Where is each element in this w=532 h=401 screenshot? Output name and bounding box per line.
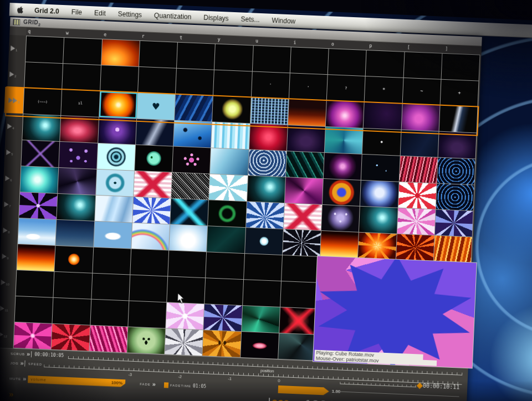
grid-cell-q9[interactable] bbox=[17, 244, 55, 271]
grid-cell-q10[interactable] bbox=[16, 270, 54, 297]
grid-cell-r1[interactable] bbox=[139, 41, 177, 68]
grid-cell-i8[interactable] bbox=[283, 229, 321, 256]
grid-cell-e7[interactable] bbox=[95, 196, 133, 223]
next-row-arrow-icon[interactable]: » bbox=[9, 389, 13, 398]
playhead-diamond[interactable] bbox=[416, 382, 422, 388]
grid-cell-o6[interactable] bbox=[323, 179, 361, 206]
grid-cell-u7[interactable] bbox=[246, 202, 284, 229]
grid-cell-u1[interactable] bbox=[252, 45, 290, 73]
grid-cell-o3[interactable] bbox=[326, 101, 364, 128]
row-trigger-7[interactable]: 7 bbox=[2, 191, 19, 218]
row-trigger-12[interactable]: 12 bbox=[0, 321, 14, 348]
grid-cell-t11[interactable] bbox=[166, 302, 204, 330]
grid-cell-e6[interactable] bbox=[96, 169, 134, 197]
menu-quantization[interactable]: Quantization bbox=[148, 11, 198, 21]
grid-cell-o5[interactable] bbox=[324, 153, 362, 180]
jog-arrows-icon[interactable]: » bbox=[21, 360, 24, 366]
grid-cell-i3[interactable] bbox=[288, 99, 326, 126]
grid-cell-w1[interactable] bbox=[63, 38, 101, 65]
grid-cell-q12[interactable] bbox=[14, 322, 52, 349]
grid-cell-y2[interactable] bbox=[213, 70, 252, 97]
grid-cell-p5[interactable] bbox=[361, 155, 400, 182]
grid-cell-p1[interactable] bbox=[366, 50, 404, 78]
grid-cell-t6[interactable] bbox=[171, 173, 209, 200]
grid-cell-u5[interactable] bbox=[248, 150, 286, 177]
grid-cell-i6[interactable] bbox=[285, 177, 323, 204]
grid-cell-p6[interactable] bbox=[360, 181, 398, 208]
grid-cell-y8[interactable] bbox=[207, 226, 245, 253]
grid-cell-i9[interactable] bbox=[282, 255, 320, 282]
grid-cell-o7[interactable] bbox=[321, 205, 360, 232]
grid-cell-t7[interactable] bbox=[170, 199, 208, 226]
grid-cell-i11[interactable] bbox=[279, 307, 318, 335]
apple-icon[interactable] bbox=[16, 5, 24, 14]
grid-cell-q5[interactable] bbox=[21, 140, 59, 167]
grid-cell-y12[interactable] bbox=[203, 330, 241, 357]
grid-cell-r10[interactable] bbox=[129, 275, 167, 302]
grid-cell-r8[interactable] bbox=[131, 223, 170, 250]
grid-cell-[2[interactable]: ~ bbox=[402, 78, 441, 105]
row-trigger-5[interactable]: 5 bbox=[4, 139, 22, 166]
grid-cell-e11[interactable] bbox=[90, 300, 129, 327]
grid-cell-u11[interactable] bbox=[242, 306, 280, 333]
grid-cell-]6[interactable] bbox=[436, 184, 474, 211]
grid-cell-y3[interactable] bbox=[212, 96, 250, 124]
menu-file[interactable]: File bbox=[65, 8, 88, 17]
grid-cell-q4[interactable] bbox=[22, 114, 60, 141]
grid-cell-t9[interactable] bbox=[168, 250, 206, 277]
grid-cell-]8[interactable] bbox=[434, 235, 472, 263]
grid-cell-w9[interactable] bbox=[55, 246, 93, 273]
row-trigger-8[interactable]: 8 bbox=[1, 217, 18, 244]
grid-cell-y6[interactable] bbox=[209, 174, 247, 201]
row-trigger-10[interactable]: 10 bbox=[0, 269, 16, 296]
grid-cell-e8[interactable] bbox=[94, 222, 132, 249]
fadetime-handle[interactable] bbox=[164, 382, 168, 388]
grid-cell-r5[interactable] bbox=[135, 145, 173, 172]
grid-cell-o2[interactable]: ? bbox=[327, 75, 365, 102]
grid-cell-i1[interactable] bbox=[290, 47, 329, 74]
menu-settings[interactable]: Settings bbox=[111, 9, 148, 19]
grid-cell-o4[interactable] bbox=[325, 127, 363, 154]
grid-cell-w4[interactable] bbox=[60, 116, 99, 143]
grid-cell-w7[interactable] bbox=[57, 194, 95, 221]
grid-cell-e2[interactable] bbox=[100, 65, 139, 92]
grid-cell-i2[interactable]: · bbox=[289, 73, 328, 100]
grid-cell-t1[interactable] bbox=[177, 43, 215, 70]
menu-sets[interactable]: Sets... bbox=[234, 15, 266, 24]
grid-cell-p8[interactable] bbox=[358, 233, 396, 260]
grid-cell-p4[interactable] bbox=[362, 128, 401, 156]
grid-cell-[7[interactable] bbox=[397, 208, 435, 235]
grid-cell-t4[interactable] bbox=[173, 121, 212, 148]
grid-cell-t8[interactable] bbox=[169, 224, 207, 251]
grid-cell-t10[interactable] bbox=[167, 276, 205, 304]
speed-slider-handle[interactable] bbox=[278, 385, 330, 395]
grid-cell-o8[interactable] bbox=[320, 231, 359, 258]
grid-cell-w11[interactable] bbox=[53, 298, 91, 325]
grid-cell-t5[interactable] bbox=[172, 147, 211, 174]
grid-cell-r11[interactable] bbox=[128, 301, 166, 328]
grid-cell-w8[interactable] bbox=[56, 220, 94, 247]
grid-cell-u8[interactable] bbox=[245, 228, 283, 255]
grid-cell-r2[interactable] bbox=[138, 67, 176, 94]
grid-cell-u2[interactable]: ' bbox=[251, 71, 289, 99]
grid-cell-i12[interactable] bbox=[278, 333, 316, 361]
grid-cell-p7[interactable] bbox=[359, 207, 397, 234]
grid-cell-q6[interactable] bbox=[20, 166, 58, 193]
grid-cell-]5[interactable] bbox=[437, 158, 475, 185]
grid-cell-[6[interactable] bbox=[398, 182, 436, 209]
grid-cell-t12[interactable] bbox=[165, 328, 203, 356]
grid-cell-i5[interactable] bbox=[286, 151, 324, 178]
grid-cell-t2[interactable] bbox=[176, 69, 214, 96]
grid-cell-[8[interactable] bbox=[396, 234, 434, 261]
fade-arrows-icon[interactable]: » bbox=[152, 381, 156, 387]
grid-cell-]7[interactable] bbox=[435, 210, 473, 237]
grid-cell-w6[interactable] bbox=[58, 168, 96, 195]
grid-cell-i10[interactable] bbox=[280, 281, 319, 309]
grid-cell-t3[interactable] bbox=[175, 95, 213, 122]
grid-cell-y10[interactable] bbox=[204, 278, 243, 305]
grid-cell-u4[interactable] bbox=[249, 124, 287, 151]
grid-cell-]3[interactable] bbox=[439, 106, 477, 133]
grid-cell-u10[interactable] bbox=[243, 280, 281, 307]
grid-cell-u3[interactable] bbox=[250, 97, 288, 125]
grid-cell-q8[interactable] bbox=[18, 218, 56, 245]
